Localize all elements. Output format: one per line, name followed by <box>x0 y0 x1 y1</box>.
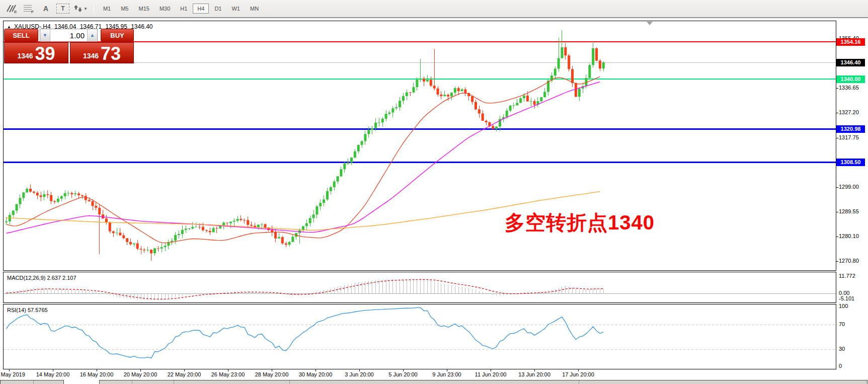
macd-scale-label: 11.772 <box>839 273 855 279</box>
cursor-tools-icon[interactable]: ▼ <box>73 2 88 15</box>
price-tick-label: 1289.55 <box>839 208 859 214</box>
rsi-scale-label: 70 <box>839 321 845 327</box>
rsi-scale-label: 30 <box>839 346 845 352</box>
date-label: 3 Jun 20:00 <box>345 371 374 377</box>
chevron-down-icon: ▼ <box>84 7 88 11</box>
price-badge: 1346.40 <box>836 59 865 66</box>
buy-price-big: 73 <box>101 45 121 62</box>
price-tick-label: 1317.75 <box>839 134 859 140</box>
sell-price-small: 1346 <box>17 52 33 60</box>
sell-button[interactable]: SELL <box>4 29 38 42</box>
price-tick-label: 1299.00 <box>839 184 859 190</box>
one-click-trading-panel: SELL ▼ ▲ BUY 1346 39 1346 73 <box>4 29 134 63</box>
chart-shift-marker[interactable] <box>647 22 653 25</box>
price-tick-mark <box>836 113 838 113</box>
grid-f-icon[interactable]: F <box>22 2 35 15</box>
rsi-scale-label: 0 <box>839 363 842 369</box>
sell-price-big: 39 <box>35 45 55 62</box>
timeframe-m5[interactable]: M5 <box>116 4 133 14</box>
date-label: 28 May 20:00 <box>255 371 289 377</box>
price-badge: 1340.00 <box>836 75 865 83</box>
date-label: 16 May 20:00 <box>80 371 114 377</box>
macd-label: MACD(12,26,9) 2.637 2.107 <box>7 275 76 281</box>
pattern-e-icon[interactable]: E <box>5 2 18 15</box>
price-tick-label: 1336.65 <box>839 85 859 91</box>
volume-increase-button[interactable]: ▲ <box>87 29 97 41</box>
price-tick-mark <box>836 88 838 89</box>
svg-text:E: E <box>14 10 17 14</box>
macd-scale-label: -5.101 <box>839 295 854 301</box>
price-tick-label: 1270.80 <box>839 258 859 264</box>
ohlc-close: 1346.40 <box>131 23 152 30</box>
mt4-window: E F A T ▼ M1 M5 M15 M30 H1 H4 <box>0 0 868 384</box>
timeframe-mn[interactable]: MN <box>246 4 263 14</box>
price-tick-label: 1280.10 <box>839 233 859 239</box>
toolbar: E F A T ▼ M1 M5 M15 M30 H1 H4 <box>0 0 868 18</box>
date-label: 11 Jun 20:00 <box>475 371 507 377</box>
minimized-window-top[interactable] <box>99 380 867 384</box>
bottom-window-strip <box>0 380 868 384</box>
textbox-icon[interactable]: T <box>56 4 69 14</box>
price-tick-mark <box>836 212 838 212</box>
timeframe-m30[interactable]: M30 <box>155 4 175 14</box>
date-label: 13 Jun 20:00 <box>518 371 550 377</box>
sell-quote-tile[interactable]: 1346 39 <box>4 42 68 63</box>
buy-price-small: 1346 <box>83 52 99 60</box>
chart-annotation-text: 多空转折点1340 <box>505 209 655 237</box>
price-tick-mark <box>836 237 838 237</box>
buy-button[interactable]: BUY <box>101 29 134 42</box>
rsi-pane[interactable] <box>3 304 836 369</box>
timeframe-m15[interactable]: M15 <box>134 4 153 14</box>
date-label: 9 Jun 23:00 <box>432 371 461 377</box>
date-label: 22 May 20:00 <box>168 371 201 377</box>
timeframe-m1[interactable]: M1 <box>99 4 115 14</box>
svg-text:F: F <box>31 10 34 14</box>
text-label-icon[interactable]: A <box>39 2 52 15</box>
price-tick-mark <box>836 261 838 262</box>
date-label: 5 Jun 20:00 <box>388 371 418 377</box>
date-label: 17 Jun 20:00 <box>562 371 594 377</box>
timeframe-d1[interactable]: D1 <box>210 4 226 14</box>
timeframe-h4[interactable]: H4 <box>193 4 209 14</box>
buy-quote-tile[interactable]: 1346 73 <box>70 42 134 63</box>
date-label: 26 May 23:00 <box>211 371 245 377</box>
date-label: 12 May 2019 <box>0 371 25 377</box>
timeframe-h1[interactable]: H1 <box>176 4 192 14</box>
date-label: 20 May 20:00 <box>124 371 157 377</box>
rsi-label: RSI(14) 57.5765 <box>7 307 48 313</box>
price-tick-label: 1327.20 <box>839 109 859 115</box>
price-tick-mark <box>836 138 838 138</box>
volume-spinner: ▼ ▲ <box>40 29 98 42</box>
macd-pane[interactable] <box>3 272 836 303</box>
price-badge: 1320.98 <box>836 125 865 133</box>
date-label: 30 May 20:00 <box>299 371 333 377</box>
volume-input[interactable] <box>50 29 87 41</box>
price-badge: 1354.16 <box>836 38 865 46</box>
minimized-window-top[interactable] <box>0 380 64 384</box>
volume-decrease-button[interactable]: ▼ <box>40 29 50 41</box>
price-badge: 1308.50 <box>836 159 865 166</box>
toolbar-separator <box>94 3 94 15</box>
timeframe-w1[interactable]: W1 <box>227 4 245 14</box>
price-tick-mark <box>836 187 838 188</box>
rsi-scale-label: 100 <box>839 303 848 309</box>
date-label: 14 May 20:00 <box>36 371 70 377</box>
